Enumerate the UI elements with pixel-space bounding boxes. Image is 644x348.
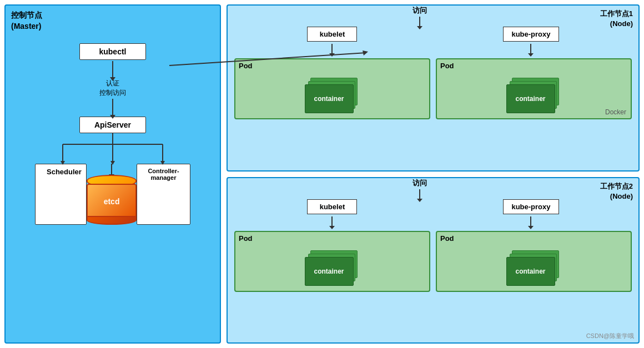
worker1-kubelet-box: kubelet xyxy=(307,27,357,42)
worker2-container-stack2: container xyxy=(506,250,562,286)
worker2-panel: 工作节点2 (Node) 访问 kubelet kube- xyxy=(227,177,640,344)
worker1-pod2: Pod container Docker xyxy=(436,58,632,119)
branch-svg xyxy=(35,133,190,164)
worker1-proxy-comp: kube-proxy xyxy=(503,27,559,54)
apiserver-box: ApiServer xyxy=(79,117,146,133)
container-front2: container xyxy=(506,84,555,113)
branch-svg-container xyxy=(35,133,190,164)
worker2-proxy-comp: kube-proxy xyxy=(503,199,559,226)
master-panel: 控制节点 (Master) kubectl 认证 控制访问 ApiServer xyxy=(4,4,221,344)
controller-box: Controller-manager xyxy=(137,164,190,225)
etcd-area: etcd xyxy=(87,164,137,225)
watermark: CSDN@陈童学哦 xyxy=(586,332,634,340)
arrow-kubectl-auth xyxy=(112,61,113,78)
worker1-panel: 工作节点1 (Node) 访问 kubelet kube- xyxy=(227,4,640,172)
container-front1: container xyxy=(305,84,354,113)
w2-container-front2: container xyxy=(506,257,555,286)
arrow-to-etcd xyxy=(111,164,112,175)
worker2-pod2-inner: container xyxy=(441,248,626,286)
worker1-access: 访问 xyxy=(412,6,427,27)
master-title: 控制节点 (Master) xyxy=(11,10,42,32)
branches-row: Scheduler etcd Controller-manager xyxy=(35,164,190,225)
docker-label: Docker xyxy=(605,108,626,116)
worker1-container-stack2: container xyxy=(506,78,562,114)
worker2-pod1-label: Pod xyxy=(239,234,253,243)
worker2-top-row: kubelet kube-proxy xyxy=(234,199,632,226)
arrow-kubelet2 xyxy=(331,216,333,226)
worker1-proxy-box: kube-proxy xyxy=(503,27,559,42)
cylinder-bottom xyxy=(87,216,137,225)
worker1-kubelet-comp: kubelet xyxy=(307,27,357,54)
worker2-pods-row: Pod container Pod xyxy=(234,231,632,292)
worker1-pod1: Pod container xyxy=(234,58,430,119)
worker2-pod1: Pod container xyxy=(234,231,430,292)
right-panel: 工作节点1 (Node) 访问 kubelet kube- xyxy=(227,4,640,344)
scheduler-box: Scheduler xyxy=(35,164,87,225)
master-content: kubectl 认证 控制访问 ApiServer xyxy=(10,43,215,225)
worker2-kubelet-box: kubelet xyxy=(307,199,357,214)
arrow-proxy2 xyxy=(530,216,531,226)
etcd-label: etcd xyxy=(104,197,120,206)
worker1-pods-row: Pod container Pod xyxy=(234,58,632,119)
auth-label: 认证 控制访问 xyxy=(99,79,126,98)
w2-container-front1: container xyxy=(305,257,354,286)
worker2-pod1-inner: container xyxy=(240,248,425,286)
worker2-access: 访问 xyxy=(412,178,427,199)
worker1-title: 工作节点1 (Node) xyxy=(600,9,633,29)
worker1-pod1-inner: container xyxy=(240,75,425,114)
worker2-proxy-box: kube-proxy xyxy=(503,199,559,214)
worker2-container-stack1: container xyxy=(305,250,360,286)
worker1-pod1-label: Pod xyxy=(239,62,253,70)
arrow-proxy xyxy=(530,44,531,54)
worker1-container-stack1: container xyxy=(305,78,360,114)
worker2-kubelet-comp: kubelet xyxy=(307,199,357,226)
worker2-title: 工作节点2 (Node) xyxy=(600,181,633,201)
etcd-cylinder: etcd xyxy=(87,175,137,225)
kubectl-box: kubectl xyxy=(79,43,146,60)
arrow-auth-api xyxy=(112,99,113,115)
worker1-pod2-inner: container xyxy=(441,75,626,114)
access-arrow1 xyxy=(419,17,420,27)
worker1-pod2-label: Pod xyxy=(440,62,454,70)
main-container: 控制节点 (Master) kubectl 认证 控制访问 ApiServer xyxy=(0,0,644,348)
arrow-kubelet xyxy=(331,44,333,54)
access-arrow2 xyxy=(419,189,420,199)
worker2-pod2: Pod container xyxy=(436,231,632,292)
worker1-top-row: kubelet kube-proxy xyxy=(234,27,632,54)
worker2-pod2-label: Pod xyxy=(440,234,454,243)
